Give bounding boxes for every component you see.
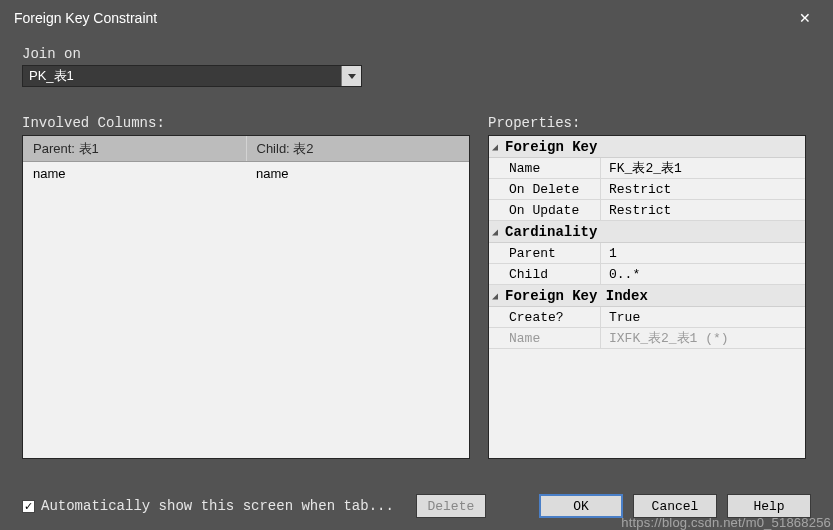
column-header-child[interactable]: Child: 表2 — [247, 136, 470, 161]
svg-marker-0 — [348, 74, 356, 79]
cell-child: name — [246, 162, 469, 188]
prop-row-child[interactable]: Child 0..* — [489, 264, 805, 285]
close-icon[interactable]: ✕ — [791, 6, 819, 30]
ok-button[interactable]: OK — [539, 494, 623, 518]
auto-show-label: Automatically show this screen when tab.… — [41, 498, 394, 514]
prop-row-onupdate[interactable]: On Update Restrict — [489, 200, 805, 221]
auto-show-checkbox[interactable]: ✓ — [22, 500, 35, 513]
column-header-parent[interactable]: Parent: 表1 — [23, 136, 247, 161]
prop-row-index-name: Name IXFK_表2_表1 (*) — [489, 328, 805, 349]
prop-row-create[interactable]: Create? True — [489, 307, 805, 328]
group-fk-index[interactable]: ◢ Foreign Key Index — [489, 285, 805, 307]
prop-row-name[interactable]: Name FK_表2_表1 — [489, 158, 805, 179]
join-on-dropdown[interactable]: PK_表1 — [22, 65, 362, 87]
join-on-label: Join on — [22, 46, 811, 62]
collapse-icon[interactable]: ◢ — [492, 141, 504, 153]
prop-row-parent[interactable]: Parent 1 — [489, 243, 805, 264]
collapse-icon[interactable]: ◢ — [492, 290, 504, 302]
involved-columns-title: Involved Columns: — [22, 115, 470, 131]
titlebar: Foreign Key Constraint ✕ — [0, 0, 833, 36]
join-on-value: PK_表1 — [29, 67, 74, 85]
watermark: https://blog.csdn.net/m0_51868256 — [621, 515, 831, 530]
window-title: Foreign Key Constraint — [14, 10, 157, 26]
group-cardinality[interactable]: ◢ Cardinality — [489, 221, 805, 243]
properties-panel: ◢ Foreign Key Name FK_表2_表1 On Delete Re… — [488, 135, 806, 459]
involved-columns-table: Parent: 表1 Child: 表2 name name — [22, 135, 470, 459]
cell-parent: name — [23, 162, 246, 188]
delete-button[interactable]: Delete — [416, 494, 486, 518]
collapse-icon[interactable]: ◢ — [492, 226, 504, 238]
chevron-down-icon[interactable] — [341, 66, 361, 86]
group-foreign-key[interactable]: ◢ Foreign Key — [489, 136, 805, 158]
prop-row-ondelete[interactable]: On Delete Restrict — [489, 179, 805, 200]
table-row[interactable]: name name — [23, 162, 469, 188]
properties-title: Properties: — [488, 115, 806, 131]
